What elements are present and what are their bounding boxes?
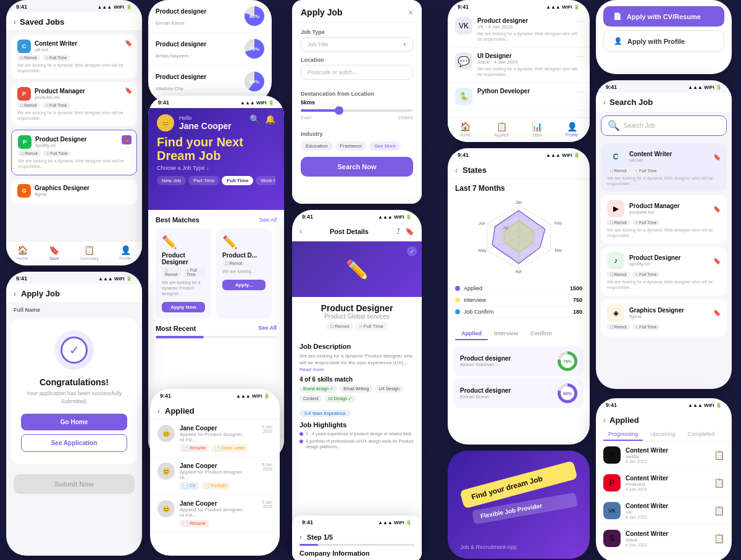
see-application-button[interactable]: See Application [21,434,127,452]
more-options-icon[interactable]: ⋯ [576,52,584,61]
list-item[interactable]: 😊 Jane Cooper Applied for Product design… [150,495,280,533]
bookmark-icon[interactable]: 🔖 [713,206,721,212]
pill-part-time[interactable]: Part Time [188,176,219,185]
list-item[interactable]: VK Content Writer VK 4 Jan 2023 📋 [596,497,732,525]
search-result-card[interactable]: ▶ Product Manager youtube.inc 🔖 □ Remot … [601,195,727,243]
bookmark-icon-active[interactable]: 🔖 [122,135,132,144]
search-result-card[interactable]: ◈ Graphics Designer figma 🔖 □ Remot ○ Fu… [601,299,727,336]
submit-button[interactable]: Submit Now [14,474,135,494]
list-item[interactable]: 😊 Jane Cooper Applied for Product design… [150,458,280,495]
avatar: 😊 [157,462,175,480]
share-icon[interactable]: ⤴ [396,227,400,236]
bookmark-icon[interactable]: 🔖 [713,257,721,264]
list-item[interactable]: 🐍 Python Developer ⋯ [448,83,590,111]
apply-cv-button[interactable]: 📄 Apply with CV/Resume [603,6,724,27]
back-icon[interactable]: ‹ [299,227,302,236]
svg-text:May: May [479,248,487,253]
close-button[interactable]: × [408,7,413,17]
status-bar-apply: 9:41 ▲▲▲ WiFi 🔋 [6,272,142,284]
company-icon: G [17,184,31,198]
nav-stats[interactable]: 📊Stats [532,122,542,137]
distance-slider[interactable] [301,109,413,112]
applicant-card[interactable]: Product designer Akibur Rahman 78% [454,346,584,376]
applicant-card[interactable]: Product designer Emran Emon 80% [454,378,584,408]
back-icon[interactable]: ‹ [14,290,16,298]
search-bar[interactable]: 🔍 Search Job [601,115,727,136]
match-item[interactable]: Product designer Arfata Nayeem 70% [148,33,272,65]
phone-applied-list: 9:41 ▲▲▲ WiFi 🔋 ‹ Applied 😊 Jane Cooper … [150,389,280,556]
more-options-icon[interactable]: ⋯ [576,17,584,26]
save-icon[interactable]: 🔖 [405,227,414,236]
nav-save[interactable]: 🔖Save [49,245,59,261]
pill-see-more[interactable]: See More [369,141,401,151]
nav-summary[interactable]: 📋Summary [80,245,99,261]
search-result-card[interactable]: ♪ Product Designer spotify.co 🔖 □ Remot … [601,247,727,295]
list-item[interactable]: P Product Manager youtube.inc □ Remot ○ … [11,82,137,126]
see-all-recent[interactable]: See All [258,325,277,332]
apply-button[interactable]: Apply... [222,280,266,290]
back-icon[interactable]: ‹ [455,166,458,175]
pill-work[interactable]: Work f... [256,176,275,185]
tab-confirm[interactable]: Confirm [524,328,558,340]
back-icon[interactable]: ‹ [299,533,302,541]
back-icon[interactable]: ‹ [603,98,606,107]
tab-applied[interactable]: Applied [455,328,488,340]
match-role: Product designer [156,41,206,48]
pill-new-job[interactable]: New Job [157,176,186,185]
search-now-button[interactable]: Search Now [301,157,413,177]
bookmark-icon[interactable]: 🔖 [713,309,721,316]
list-item[interactable]: P Content Writer Pinterest 4 Jan 2023 📋 [596,469,732,497]
go-home-button[interactable]: Go Home [21,414,127,430]
list-item[interactable]: P Product Designer spotify.co □ Remot ○ … [11,130,137,175]
list-item[interactable]: G Graphics Designer figma [11,179,137,204]
slider-thumb[interactable] [335,106,343,115]
card-description: We are looking for a dynamic Product des… [162,280,205,296]
job-role: Content Writer [626,503,668,509]
tab-interview[interactable]: Interview [488,328,524,340]
nav-profile[interactable]: 👤Profile [119,245,132,261]
tab-progressing[interactable]: Progressing [603,428,643,441]
search-result-card[interactable]: C Content Writer u8.net 🔖 □ Remot ○ Full… [601,143,727,191]
form-section: Job Type Job Title ▾ Location Postcode o… [292,23,422,91]
more-options-icon[interactable]: ⋯ [576,88,584,96]
pill-full-time[interactable]: Full Time [222,176,253,185]
applicant-name: Product designer [460,387,511,394]
nav-profile[interactable]: 👤Profile [566,122,578,137]
list-item[interactable]: 😊 Jane Cooper Applied for Product design… [150,420,280,458]
apply-profile-button[interactable]: 👤 Apply with Profile [603,30,724,52]
job-type-input[interactable]: Job Title ▾ [301,37,413,52]
list-item[interactable]: C Content Writer u8.net □ Remot ○ Full T… [11,35,137,78]
list-item[interactable]: 💬 UI Designer Slack · 4 Jan 2023 We are … [448,48,590,83]
status-bar-prog: 9:41 ▲▲▲ WiFi 🔋 [596,398,732,411]
applied-tabs: Applied Interview Confirm [448,324,590,344]
job-company: spotify.co [35,143,86,148]
location-input[interactable]: Postcode or subrb... [301,65,413,80]
tab-upcoming[interactable]: Upcoming [645,428,680,441]
bottom-navigation: 🏠Home 🔖Save 📋Summary 👤Profile [6,241,142,265]
list-item[interactable]: VK Product designer VK · 4 Jan 2023 We a… [448,12,590,48]
pill-freelance[interactable]: Freelance [335,141,367,151]
see-all-link[interactable]: See All [259,217,277,223]
match-item[interactable]: Product designer Emran Emon 80% [148,0,272,33]
list-item[interactable]: S Content Writer Slack 4 Jan 2023 📋 [596,525,732,553]
pill-education[interactable]: Education [301,141,333,151]
score-circle: 70% [245,39,264,59]
notification-icon[interactable]: 🔔 [265,114,275,124]
match-card[interactable]: ✏️ Product Designer □ Remot ○ Full Time … [156,228,211,319]
bookmark-icon[interactable]: 🔖 [713,154,721,161]
back-icon[interactable]: ‹ [603,416,606,425]
nav-home[interactable]: 🏠Home [459,122,471,137]
apply-button[interactable]: Apply Now [162,302,205,312]
match-item[interactable]: Product designer Washim Chy 60% [148,65,272,98]
match-card[interactable]: ✏️ Product D... □ Remot We are looking..… [216,228,272,319]
tab-completed[interactable]: Completed [683,428,720,441]
read-more-link[interactable]: Read more [299,367,324,372]
nav-applied[interactable]: 📋Applied [494,122,508,137]
back-icon[interactable]: ‹ [14,18,16,27]
nav-home[interactable]: 🏠Home [17,245,28,261]
bookmark-icon[interactable]: 🔖 [125,87,132,94]
search-icon[interactable]: 🔍 [249,114,260,124]
bookmark-icon[interactable]: 🔖 [125,40,132,46]
back-icon[interactable]: ‹ [157,407,160,416]
list-item[interactable]: N Content Writer Netflix 4 Jan 2023 📋 [596,441,732,469]
